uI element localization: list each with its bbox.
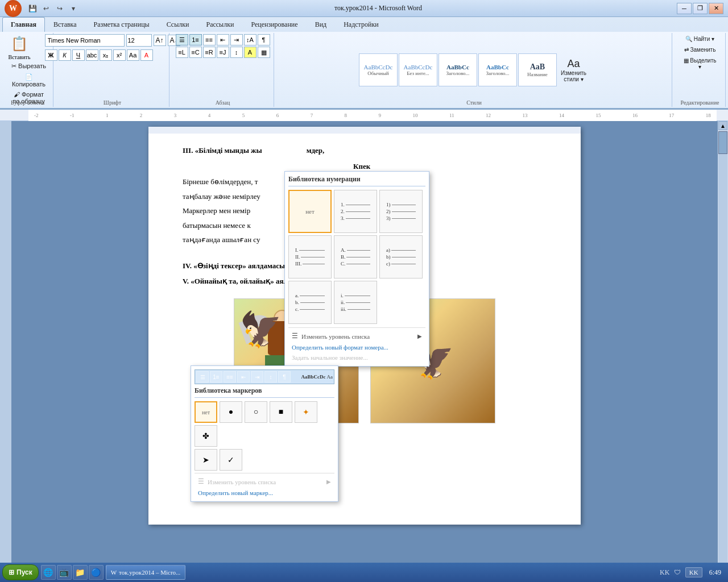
numbering-roman-cell[interactable]: I. II. III. [288, 235, 332, 278]
mini-style-label: AaBbCcDc [301, 374, 326, 380]
qa-dropdown-btn[interactable]: ▾ [67, 2, 80, 15]
numbering-alpha-lower2-cell[interactable]: a. b. c. [288, 281, 332, 324]
tab-home[interactable]: Главная [2, 17, 45, 32]
numbering-paren-cell[interactable]: 1) 2) 3) [379, 190, 423, 233]
scroll-track[interactable] [718, 131, 727, 582]
show-marks-btn[interactable]: ¶ [258, 34, 270, 45]
numbering-alpha-upper-cell[interactable]: A. B. C. [334, 235, 377, 278]
quick-access-toolbar: 💾 ↩ ↪ ▾ [26, 2, 80, 15]
numbering-123-cell[interactable]: 1. 2. 3. [334, 190, 377, 233]
mini-decrease-indent-btn[interactable]: ⇤ [237, 371, 250, 383]
italic-button[interactable]: К [59, 49, 71, 61]
scroll-thumb[interactable] [718, 131, 727, 154]
word-taskbar-app[interactable]: W ток.урок2014 – Micro... [106, 565, 186, 580]
increase-indent-btn[interactable]: ⇥ [230, 34, 243, 45]
marker-circle-cell[interactable]: ○ [245, 401, 267, 423]
numbering-roman-lower-cell[interactable]: i. ii. iii. [334, 281, 377, 324]
style-normal[interactable]: AaBbCcDc Обычный [359, 53, 398, 86]
select-button[interactable]: ▦ Выделить ▾ [678, 56, 722, 72]
sort-btn[interactable]: ↕A [244, 34, 257, 45]
ie-icon[interactable]: 🌐 [41, 565, 56, 580]
line-spacing-btn[interactable]: ↕ [230, 47, 243, 58]
define-new-format-menu-item[interactable]: Определить новый формат номера... [288, 342, 425, 352]
paste-button[interactable]: 📋 [6, 34, 33, 53]
borders-btn[interactable]: ▦ [258, 47, 270, 58]
scroll-up-btn[interactable]: ▲ [718, 121, 727, 130]
bold-button[interactable]: Ж [45, 49, 57, 61]
tab-mailings[interactable]: Рассылки [197, 17, 242, 32]
clear-format-button[interactable]: Аа [127, 49, 139, 61]
strikethrough-button[interactable]: abc [86, 49, 98, 61]
tab-review[interactable]: Рецензирование [242, 17, 306, 32]
mini-aa-label: Aa [327, 374, 333, 380]
style-no-spacing[interactable]: AaBbCcDc Без инте... [399, 53, 437, 86]
minimize-button[interactable]: ─ [677, 3, 692, 14]
undo-quick-btn[interactable]: ↩ [40, 2, 52, 15]
numbering-popup-separator1 [288, 327, 425, 328]
align-right-btn[interactable]: ≡R [203, 47, 216, 58]
align-justify-btn[interactable]: ≡J [217, 47, 229, 58]
mini-bullets-btn[interactable]: ☰ [196, 371, 209, 383]
text-color-button[interactable]: A [140, 49, 153, 61]
redo-quick-btn[interactable]: ↪ [53, 2, 66, 15]
mini-increase-indent-btn[interactable]: ⇥ [251, 371, 263, 383]
document-area[interactable]: III. «Білімді мынды жы мдер, Кпек Бірнеш… [11, 121, 718, 582]
style-title[interactable]: AaB Название [518, 53, 557, 86]
subscript-button[interactable]: x₂ [100, 49, 112, 61]
media-icon[interactable]: 📺 [57, 565, 72, 580]
font-size-selector[interactable] [126, 34, 152, 47]
align-center-btn[interactable]: ≡C [189, 47, 202, 58]
style-heading2[interactable]: AaBbCc Заголово... [478, 53, 517, 86]
multilevel-button[interactable]: ≡≡ [203, 34, 216, 45]
numbering-button[interactable]: 1≡ [189, 34, 202, 45]
superscript-button[interactable]: x² [113, 49, 126, 61]
marker-diamond-cell[interactable]: ✦ [295, 401, 317, 423]
style-heading1[interactable]: AaBbCc Заголово... [439, 53, 477, 86]
copy-button[interactable]: 📄 Копировать [8, 72, 49, 89]
marker-arrow-cell[interactable]: ➤ [195, 449, 217, 471]
marker-check-cell[interactable]: ✓ [220, 449, 242, 471]
bullets-button[interactable]: ☰ [176, 34, 188, 45]
start-button[interactable]: ⊞ Пуск [2, 564, 39, 580]
tab-addins[interactable]: Надстройки [335, 17, 387, 32]
mini-numbering-btn[interactable]: 1≡ [210, 371, 222, 383]
numbering-alpha-lower-cell[interactable]: a) b) c) [379, 235, 423, 278]
replace-button[interactable]: ⇄ Заменить [678, 45, 722, 55]
tab-view[interactable]: Вид [307, 17, 336, 32]
tab-insert[interactable]: Вставка [45, 17, 85, 32]
marker-circle-symbol: ○ [254, 408, 258, 417]
icon-4[interactable]: 🔵 [89, 565, 104, 580]
folder-icon[interactable]: 📁 [73, 565, 88, 580]
markers-define-new-item[interactable]: Определить новый маркер... [195, 488, 334, 498]
tab-references[interactable]: Ссылки [158, 17, 198, 32]
cut-button[interactable]: ✂ Вырезать [8, 61, 49, 71]
change-list-level-menu-item[interactable]: ☰ Изменить уровень списка ▶ [288, 330, 425, 342]
restore-button[interactable]: ❐ [693, 3, 708, 14]
mini-multilevel-btn[interactable]: ≡≡ [224, 371, 236, 383]
change-styles-button[interactable]: Аа Изменитьстили ▾ [558, 55, 589, 85]
align-left-btn[interactable]: ≡L [176, 47, 188, 58]
window-title: ток.урок2014 - Microsoft Word [334, 4, 422, 13]
font-size-increase-btn[interactable]: A↑ [154, 35, 166, 46]
mini-sort-btn[interactable]: ↕ [264, 371, 277, 383]
save-quick-btn[interactable]: 💾 [26, 2, 39, 15]
marker-square-cell[interactable]: ■ [270, 401, 292, 423]
font-name-selector[interactable] [45, 34, 125, 47]
numbering-alpha-upper-inner: A. B. C. [338, 245, 373, 269]
find-button[interactable]: 🔍 Найти ▾ [678, 34, 722, 44]
paragraph-group: ☰ 1≡ ≡≡ ⇤ ⇥ ↕A ¶ ≡L ≡C ≡R ≡J ↕ A ▦ [172, 33, 274, 107]
shading-btn[interactable]: A [244, 47, 257, 58]
markers-list-level-icon: ☰ [198, 477, 204, 486]
language-indicator[interactable]: KK [685, 567, 702, 577]
numbering-none-cell[interactable]: нет [288, 190, 332, 233]
marker-star-cell[interactable]: ✤ [195, 425, 217, 447]
close-button[interactable]: ✕ [709, 3, 723, 14]
tab-page-layout[interactable]: Разметка страницы [85, 17, 158, 32]
underline-button[interactable]: Ч [72, 49, 85, 61]
marker-bullet-cell[interactable]: ● [220, 401, 242, 423]
marker-none-cell[interactable]: нет [195, 401, 217, 423]
office-button[interactable]: W [5, 0, 22, 17]
mini-para-btn[interactable]: ¶ [278, 371, 291, 383]
tray-kk-label: KK [659, 567, 671, 578]
decrease-indent-btn[interactable]: ⇤ [217, 34, 229, 45]
